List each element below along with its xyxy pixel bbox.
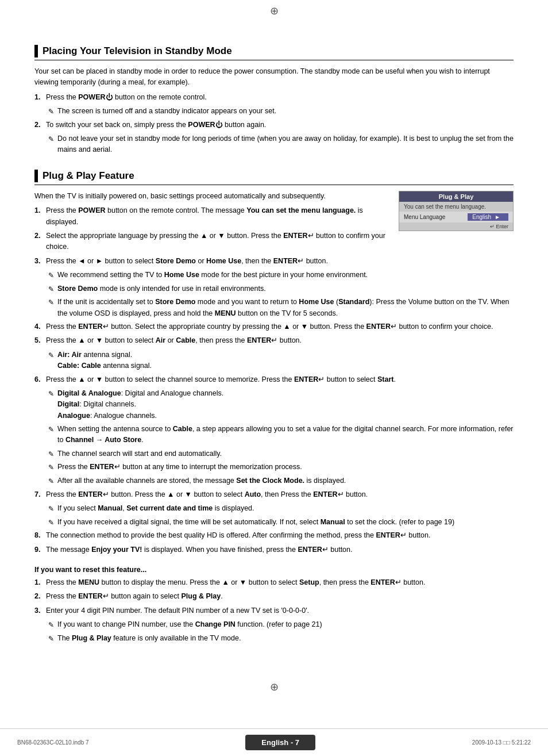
note-icon-7a: ✎ — [48, 504, 54, 515]
note-icon-3c: ✎ — [48, 297, 54, 308]
plug-play-row: When the TV is initially powered on, bas… — [34, 191, 514, 256]
pp-step3-note1: ✎ We recommend setting the TV to Home Us… — [48, 270, 514, 281]
note-icon-6c: ✎ — [48, 449, 54, 460]
pp-step3-note2: ✎ Store Demo mode is only intended for u… — [48, 283, 514, 295]
note-pencil-icon-2: ✎ — [48, 134, 54, 145]
pp-box-arrow-icon: ► — [495, 214, 500, 220]
pp-step-8: 8. The connection method to provide the … — [34, 530, 514, 541]
footer: BN68-02363C-02L10.indb 7 English - 7 200… — [0, 728, 548, 756]
reset-header: If you want to reset this feature... — [34, 566, 514, 574]
pp-box-title: Plug & Play — [399, 191, 513, 202]
footer-center: English - 7 — [245, 735, 315, 750]
reset-step-3: 3. Enter your 4 digit PIN number. The de… — [34, 605, 514, 616]
standby-section-header: Placing Your Television in Standby Mode — [34, 45, 514, 60]
standby-intro: Your set can be placed in standby mode i… — [34, 66, 514, 89]
note-icon-6d: ✎ — [48, 462, 54, 473]
standby-step-2: 2. To switch your set back on, simply pr… — [34, 120, 514, 131]
pp-step-6: 6. Press the ▲ or ▼ button to select the… — [34, 374, 514, 385]
standby-note-1: ✎ The screen is turned off and a standby… — [48, 106, 514, 117]
pp-box-enter: ↵ Enter — [399, 222, 513, 231]
pp-step-5: 5. Press the ▲ or ▼ button to select Air… — [34, 335, 514, 346]
pp-box-menu-label: Menu Language — [404, 214, 445, 220]
pp-step-2: 2. Select the appropriate language by pr… — [34, 231, 387, 253]
pp-step6-note1: ✎ Digital & Analogue: Digital and Analog… — [48, 388, 514, 421]
note-icon-6b: ✎ — [48, 424, 54, 435]
pp-step6-note3: ✎ The channel search will start and end … — [48, 448, 514, 460]
standby-note-2: ✎ Do not leave your set in standby mode … — [48, 133, 514, 156]
pp-step-7: 7. Press the ENTER↵ button. Press the ▲ … — [34, 489, 514, 500]
pp-step7-note2: ✎ If you have received a digital signal,… — [48, 517, 514, 528]
pp-step6-note4: ✎ Press the ENTER↵ button at any time to… — [48, 462, 514, 473]
reset-step-1: 1. Press the MENU button to display the … — [34, 577, 514, 588]
note-icon-r3b: ✎ — [48, 634, 54, 644]
note-icon-7b: ✎ — [48, 517, 54, 528]
note-icon-r3a: ✎ — [48, 620, 54, 631]
plug-play-section-header: Plug & Play Feature — [34, 170, 514, 185]
pp-step-4: 4. Press the ENTER↵ button. Select the a… — [34, 321, 514, 332]
footer-right: 2009-10-13 □□ 5:21:22 — [472, 739, 531, 746]
section-bar — [34, 45, 38, 57]
pp-box-subtitle: You can set the menu language. — [399, 202, 513, 212]
pp-step-1: 1. Press the POWER button on the remote … — [34, 205, 387, 228]
note-icon-6e: ✎ — [48, 476, 54, 487]
reset-step3-note2: ✎ The Plug & Play feature is only availa… — [48, 633, 514, 644]
top-symbol: ⊕ — [0, 0, 548, 20]
note-pencil-icon: ✎ — [48, 106, 54, 117]
pp-box-menu-value: English ► — [468, 213, 508, 221]
plug-play-text-col: When the TV is initially powered on, bas… — [34, 191, 387, 256]
plug-play-title: Plug & Play Feature — [43, 170, 134, 182]
pp-step6-note5: ✎ After all the available channels are s… — [48, 475, 514, 487]
pp-box-menu-row: Menu Language English ► — [399, 212, 513, 222]
pp-ui-box: Plug & Play You can set the menu languag… — [399, 191, 514, 231]
footer-left: BN68-02363C-02L10.indb 7 — [17, 739, 89, 746]
pp-step7-note1: ✎ If you select Manual, Set current date… — [48, 503, 514, 515]
pp-step-9: 9. The message Enjoy your TV! is display… — [34, 544, 514, 555]
reset-step-2: 2. Press the ENTER↵ button again to sele… — [34, 591, 514, 602]
bottom-symbol: ⊕ — [0, 681, 548, 698]
reset-step3-note1: ✎ If you want to change PIN number, use … — [48, 619, 514, 631]
note-icon-3a: ✎ — [48, 270, 54, 281]
note-icon-5a: ✎ — [48, 350, 54, 361]
standby-title: Placing Your Television in Standby Mode — [43, 45, 232, 57]
pp-step3-note3: ✎ If the unit is accidentally set to Sto… — [48, 297, 514, 319]
main-content: Placing Your Television in Standby Mode … — [0, 20, 548, 681]
section-bar-2 — [34, 170, 38, 182]
plug-play-box: Plug & Play You can set the menu languag… — [399, 191, 514, 231]
pp-step-3: 3. Press the ◄ or ► button to select Sto… — [34, 256, 514, 267]
page-container: ⊕ Placing Your Television in Standby Mod… — [0, 0, 548, 756]
pp-step5-note1: ✎ Air: Air antenna signal.Cable: Cable a… — [48, 350, 514, 372]
pp-step6-note2: ✎ When setting the antenna source to Cab… — [48, 424, 514, 446]
note-icon-3b: ✎ — [48, 284, 54, 295]
plug-play-intro: When the TV is initially powered on, bas… — [34, 191, 387, 202]
note-icon-6a: ✎ — [48, 389, 54, 400]
standby-step-1: 1. Press the POWER⏻ button on the remote… — [34, 92, 514, 103]
